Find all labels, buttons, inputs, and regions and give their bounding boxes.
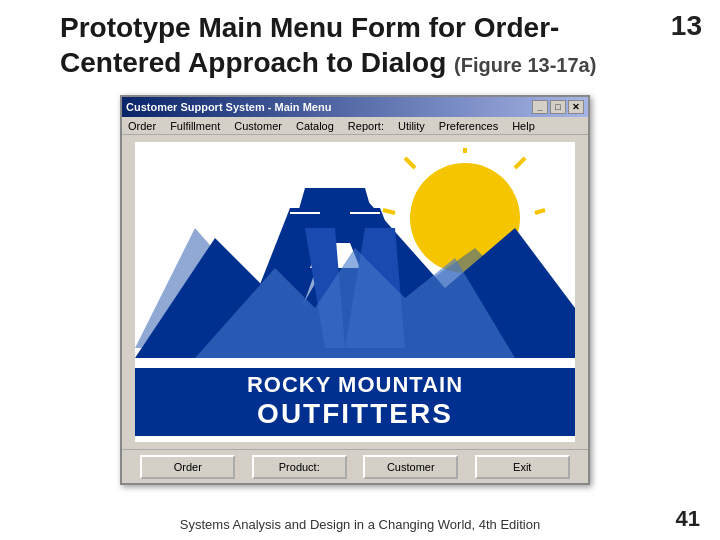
window-mock: Customer Support System - Main Menu _ □ … bbox=[120, 95, 590, 485]
menu-report[interactable]: Report: bbox=[346, 119, 386, 133]
btn-product[interactable]: Product: bbox=[252, 455, 347, 479]
btn-exit[interactable]: Exit bbox=[475, 455, 570, 479]
menu-utility[interactable]: Utility bbox=[396, 119, 427, 133]
slide-number: 13 bbox=[671, 10, 702, 42]
window-controls: _ □ ✕ bbox=[532, 100, 584, 114]
title-figure-text: (Figure 13-17a) bbox=[454, 54, 596, 76]
menu-order[interactable]: Order bbox=[126, 119, 158, 133]
minimize-button[interactable]: _ bbox=[532, 100, 548, 114]
btn-customer[interactable]: Customer bbox=[363, 455, 458, 479]
menu-customer[interactable]: Customer bbox=[232, 119, 284, 133]
page-number: 41 bbox=[676, 506, 700, 532]
logo-line1: ROCKY MOUNTAIN bbox=[135, 372, 575, 398]
slide-title: Prototype Main Menu Form for Order- Cent… bbox=[60, 10, 660, 80]
close-button[interactable]: ✕ bbox=[568, 100, 584, 114]
title-area: Prototype Main Menu Form for Order- Cent… bbox=[60, 10, 660, 80]
menu-fulfillment[interactable]: Fulfillment bbox=[168, 119, 222, 133]
menu-preferences[interactable]: Preferences bbox=[437, 119, 500, 133]
logo-graphic bbox=[135, 148, 575, 368]
window-content: ROCKY MOUNTAIN OUTFITTERS bbox=[122, 135, 588, 449]
logo-line2: OUTFITTERS bbox=[135, 398, 575, 430]
menu-help[interactable]: Help bbox=[510, 119, 537, 133]
menu-catalog[interactable]: Catalog bbox=[294, 119, 336, 133]
maximize-button[interactable]: □ bbox=[550, 100, 566, 114]
window-menubar: Order Fulfillment Customer Catalog Repor… bbox=[122, 117, 588, 135]
window-title: Customer Support System - Main Menu bbox=[126, 101, 331, 113]
logo-area: ROCKY MOUNTAIN OUTFITTERS bbox=[135, 142, 575, 442]
btn-order[interactable]: Order bbox=[140, 455, 235, 479]
logo-text-area: ROCKY MOUNTAIN OUTFITTERS bbox=[135, 368, 575, 436]
window-titlebar: Customer Support System - Main Menu _ □ … bbox=[122, 97, 588, 117]
title-line1: Prototype Main Menu Form for Order- bbox=[60, 12, 559, 43]
title-line2: Centered Approach to Dialog bbox=[60, 47, 446, 78]
slide-container: 13 Prototype Main Menu Form for Order- C… bbox=[0, 0, 720, 540]
bottom-caption: Systems Analysis and Design in a Changin… bbox=[0, 517, 720, 532]
window-footer: Order Product: Customer Exit bbox=[122, 449, 588, 483]
